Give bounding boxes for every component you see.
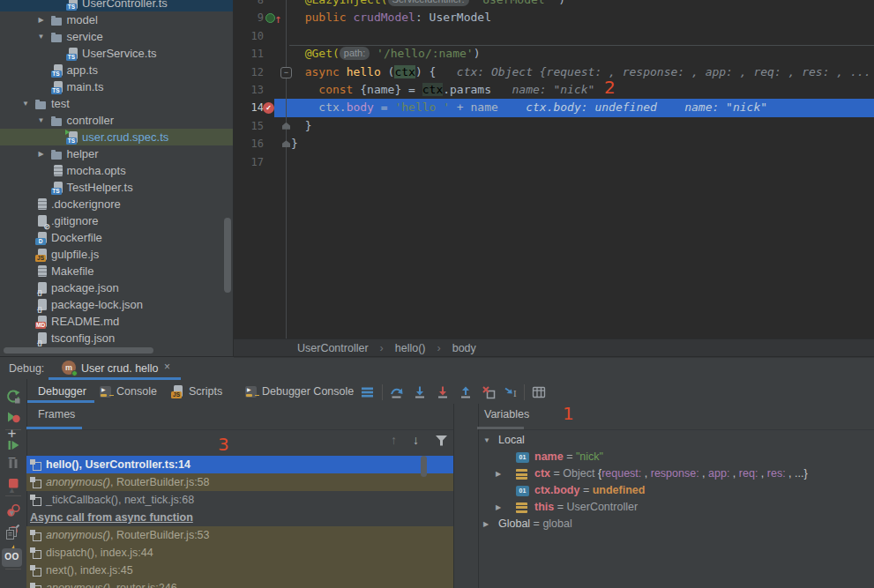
step-over-button[interactable] [389,384,405,400]
tree-item-mocha-opts[interactable]: mocha.opts [0,162,234,179]
tree-item-controller[interactable]: ▼controller [0,112,234,129]
line-number: 9 [234,9,264,26]
layout-menu-button[interactable] [360,384,376,400]
frame-row[interactable]: next(), index.js:45 [26,562,453,579]
frame-row[interactable]: anonymous(), router.js:246 [26,579,453,588]
code-line-10[interactable]: 10 [234,27,874,45]
frame-row[interactable]: anonymous(), RouterBuilder.js:58 [26,473,453,491]
tree-item-usercontroller-ts[interactable]: TSUserController.ts [0,0,234,11]
frame-row[interactable]: _tickCallback(), next_tick.js:68 [26,491,453,509]
move-watch-down-button[interactable]: ▼ [0,509,24,517]
chevron-down-icon[interactable]: ▼ [36,112,47,129]
chevron-right-icon[interactable]: ▶ [483,516,489,532]
chevron-right-icon[interactable]: ▶ [36,145,47,162]
tab-frames[interactable]: Frames [38,408,75,421]
code-line-17[interactable]: 17 [234,153,874,171]
variable-row[interactable]: ▶this = UserController [477,499,874,516]
breadcrumb-item[interactable]: body [452,341,476,356]
fold-end-marker-icon[interactable] [282,140,290,147]
chevron-down-icon[interactable]: ▼ [483,432,490,449]
frame-row[interactable]: hello(), UserController.ts:14 [26,456,453,473]
tab-debugger[interactable]: Debugger [38,385,86,398]
chevron-down-icon[interactable]: ▼ [36,28,47,45]
variable-row[interactable]: ▼Local [477,432,874,449]
tree-item-readme-md[interactable]: MDREADME.md [0,313,234,330]
tree-item-app-ts[interactable]: TSapp.ts [0,62,234,78]
tree-item-model[interactable]: ▶model [0,11,234,28]
run-to-cursor-button[interactable]: I [503,384,519,400]
breakpoint-icon[interactable]: ✓ [263,102,274,114]
frame-row[interactable]: anonymous(), RouterBuilder.js:53 [26,526,453,544]
move-watch-up-button[interactable]: ▲ [0,486,24,495]
typescript-file-icon: TS [52,182,64,194]
code-line-15[interactable]: 15 } [234,117,874,135]
tree-item-test[interactable]: ▼test [0,95,234,112]
tab-debugger-console[interactable]: Debugger Console [262,385,354,398]
rerun-failed-tests-button[interactable] [5,409,21,425]
tab-scripts[interactable]: Scripts [189,385,222,398]
evaluate-expression-button[interactable] [531,384,547,400]
tab-variables[interactable]: Variables [484,408,529,421]
frame-down-icon[interactable]: ↓ [413,433,419,447]
step-out-button[interactable] [458,384,474,400]
remove-watch-button[interactable]: − [0,450,24,466]
tree-item-tsconfig-json[interactable]: {}tsconfig.json [0,330,234,346]
frames-scrollbar[interactable] [421,456,427,477]
debug-panel-divider[interactable] [0,356,874,357]
tree-item-testhelper-ts[interactable]: TSTestHelper.ts [0,179,234,196]
drop-frame-button[interactable] [481,384,497,400]
fold-marker-icon[interactable]: − [280,67,292,78]
variable-row[interactable]: ▶Global = global [477,516,874,532]
filter-icon[interactable] [435,435,448,450]
tree-item--gitignore[interactable]: ⊘.gitignore [0,212,234,229]
tree-item-service[interactable]: ▼service [0,28,234,45]
debug-session-tab[interactable]: User crud. hello [81,362,159,375]
tree-item-helper[interactable]: ▶helper [0,145,234,162]
tree-item-makefile[interactable]: Makefile [0,263,234,279]
breadcrumb-item[interactable]: hello() [395,341,426,356]
tree-item-gulpfile-js[interactable]: JSgulpfile.js [0,246,234,263]
add-watch-button[interactable]: + [0,425,24,443]
folder-icon [50,148,63,160]
tree-item-package-json[interactable]: {}package.json [0,279,234,296]
tree-item-dockerfile[interactable]: DDockerfile [0,229,234,246]
tree-vertical-scrollbar[interactable] [224,218,231,293]
tree-item-main-ts[interactable]: TSmain.ts [0,78,234,95]
tree-horizontal-scrollbar[interactable] [4,347,153,354]
frame-row[interactable]: dispatch(), index.js:44 [26,544,453,562]
code-line-12[interactable]: 12− async hello (ctx) { ctx: Object {req… [234,63,874,81]
tree-item--dockerignore[interactable]: .dockerignore [0,196,234,212]
code-line-13[interactable]: 13 const {name} = ctx.params name: "nick… [234,81,874,99]
code-line-14[interactable]: 14✓ ctx.body = 'hello ' + name ctx.body:… [234,99,874,116]
tree-item-label: .dockerignore [51,196,121,212]
tree-item-package-lock-json[interactable]: {}package-lock.json [0,296,234,313]
code-line-11[interactable]: 11 @Get(path: '/hello/:name') [234,45,874,63]
chevron-right-icon[interactable]: ▶ [496,499,501,516]
close-icon[interactable]: × [164,361,170,373]
code-line-9[interactable]: 9 public crudModel: UserModel [234,9,874,26]
chevron-right-icon[interactable]: ▶ [496,465,501,482]
frame-up-icon[interactable]: ↑ [391,433,397,447]
tree-item-userservice-ts[interactable]: TSUserService.ts [0,45,234,62]
code-line-16[interactable]: 16} [234,135,874,153]
rerun-button[interactable] [5,389,21,405]
variable-row[interactable]: 01name = "nick" [477,449,874,465]
breadcrumb-item[interactable]: UserController [297,341,369,356]
variable-text: ctx = Object {request: , response: , app… [534,465,808,482]
chevron-down-icon[interactable]: ▼ [20,95,31,112]
force-step-into-button[interactable] [435,384,451,400]
copy-watch-button[interactable] [0,526,24,544]
chevron-right-icon[interactable]: ▶ [36,11,47,28]
frame-group-header[interactable]: Async call from async function [26,509,453,526]
show-watches-button[interactable]: OO [2,552,22,562]
override-gutter-icon[interactable] [265,13,275,23]
frames-list: hello(), UserController.ts:14anonymous()… [26,456,453,588]
variable-row[interactable]: 01ctx.body = undefined [477,482,874,499]
variable-row[interactable]: ▶ctx = Object {request: , response: , ap… [477,465,874,482]
tab-console[interactable]: Console [116,385,157,398]
step-into-button[interactable] [412,384,428,400]
code-line-8[interactable]: 8 @LazyInject(ServiceIdentifier: 'UserMo… [234,0,874,9]
code-editor[interactable]: 8 @LazyInject(ServiceIdentifier: 'UserMo… [234,0,874,339]
tree-item-user-crud-spec-ts[interactable]: TSuser.crud.spec.ts [0,129,234,145]
fold-end-marker-icon[interactable] [282,123,290,130]
